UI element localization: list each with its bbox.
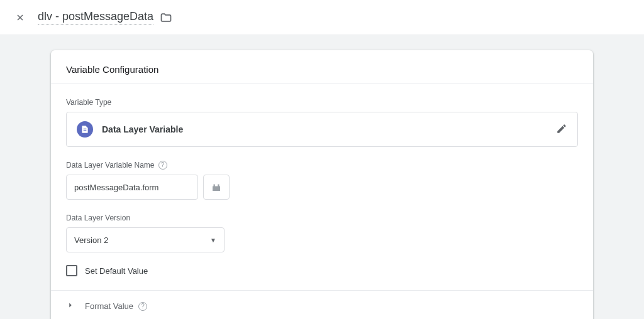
- variable-type-selector[interactable]: Data Layer Variable: [66, 112, 578, 147]
- config-card: Variable Configuration Variable Type Dat…: [51, 50, 593, 319]
- stage: Variable Configuration Variable Type Dat…: [0, 35, 644, 319]
- chevron-down-icon: ▼: [210, 237, 216, 244]
- default-value-checkbox[interactable]: [66, 265, 77, 276]
- default-value-row: Set Default Value: [66, 265, 578, 276]
- close-icon: [15, 13, 25, 23]
- help-icon[interactable]: ?: [138, 302, 147, 311]
- title-area: dlv - postMessageData: [38, 10, 172, 25]
- default-value-label: Set Default Value: [85, 266, 148, 276]
- topbar: dlv - postMessageData: [0, 0, 644, 35]
- help-icon[interactable]: ?: [158, 161, 167, 170]
- variable-name-row: [66, 175, 578, 200]
- card-header: Variable Configuration: [51, 50, 593, 84]
- version-label: Data Layer Version: [66, 214, 578, 222]
- version-value: Version 2: [74, 235, 108, 245]
- variable-type-label: Variable Type: [66, 98, 578, 107]
- variable-helper-button[interactable]: [203, 175, 230, 200]
- variable-type-name: Data Layer Variable: [102, 124, 547, 134]
- variable-name-label: Data Layer Variable Name ?: [66, 161, 578, 170]
- folder-icon[interactable]: [160, 11, 172, 24]
- brick-icon: [211, 181, 222, 193]
- page-title[interactable]: dlv - postMessageData: [38, 10, 153, 25]
- pencil-icon: [556, 123, 567, 136]
- variable-name-input[interactable]: [66, 175, 198, 200]
- data-layer-icon: [77, 121, 93, 138]
- format-value-label: Format Value ?: [85, 301, 147, 311]
- chevron-right-icon: [66, 301, 75, 311]
- format-value-row[interactable]: Format Value ?: [51, 291, 593, 314]
- close-button[interactable]: [13, 10, 28, 25]
- config-section: Variable Type Data Layer Variable Data L…: [51, 98, 593, 276]
- version-select[interactable]: Version 2 ▼: [66, 227, 225, 252]
